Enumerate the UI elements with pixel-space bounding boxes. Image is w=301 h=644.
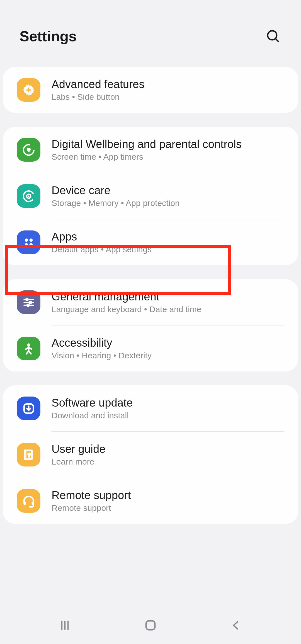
- settings-group: Software updateDownload and install?User…: [3, 385, 298, 524]
- nav-home-button[interactable]: [139, 614, 162, 636]
- svg-text:?: ?: [27, 452, 31, 458]
- svg-point-10: [25, 243, 28, 246]
- svg-point-8: [25, 238, 28, 242]
- item-subtitle: Vision • Hearing • Dexterity: [52, 351, 284, 360]
- item-subtitle: Download and install: [52, 411, 284, 420]
- item-subtitle: Storage • Memory • App protection: [52, 198, 284, 208]
- item-subtitle: Learn more: [52, 457, 284, 466]
- settings-list: Advanced featuresLabs • Side buttonDigit…: [0, 67, 301, 524]
- settings-item-device-care[interactable]: Device careStorage • Memory • App protec…: [3, 173, 298, 219]
- svg-point-9: [29, 238, 33, 242]
- recents-icon: [59, 619, 71, 631]
- book-question-icon: ?: [17, 443, 40, 466]
- item-subtitle: Remote support: [52, 503, 284, 513]
- svg-rect-29: [146, 621, 155, 630]
- settings-item-accessibility[interactable]: AccessibilityVision • Hearing • Dexterit…: [3, 325, 298, 371]
- page-title: Settings: [20, 28, 77, 45]
- item-title: Remote support: [52, 489, 284, 502]
- item-text: AccessibilityVision • Hearing • Dexterit…: [52, 337, 284, 360]
- item-title: Advanced features: [52, 78, 284, 91]
- settings-header: Settings: [0, 0, 301, 67]
- svg-rect-24: [23, 502, 26, 505]
- search-icon: [266, 29, 280, 43]
- settings-group: Advanced featuresLabs • Side button: [3, 67, 298, 113]
- item-title: General management: [52, 290, 284, 303]
- svg-point-15: [29, 301, 31, 303]
- item-text: Advanced featuresLabs • Side button: [52, 78, 284, 102]
- item-title: Device care: [52, 184, 284, 197]
- settings-group: Digital Wellbeing and parental controlsS…: [3, 127, 298, 265]
- settings-item-software-update[interactable]: Software updateDownload and install: [3, 385, 298, 431]
- search-button[interactable]: [265, 28, 281, 45]
- item-text: Software updateDownload and install: [52, 397, 284, 420]
- settings-item-digital-wellbeing[interactable]: Digital Wellbeing and parental controlsS…: [3, 127, 298, 173]
- svg-point-17: [27, 304, 29, 306]
- download-circle-icon: [17, 397, 40, 420]
- settings-item-apps[interactable]: AppsDefault apps • App settings: [3, 219, 298, 265]
- item-title: Accessibility: [52, 337, 284, 349]
- item-subtitle: Labs • Side button: [52, 92, 284, 102]
- nav-back-button[interactable]: [225, 614, 247, 636]
- item-text: General managementLanguage and keyboard …: [52, 290, 284, 314]
- svg-point-11: [29, 243, 33, 246]
- gear-plus-icon: [17, 78, 40, 102]
- settings-item-advanced-features[interactable]: Advanced featuresLabs • Side button: [3, 67, 298, 113]
- person-icon: [17, 337, 40, 360]
- item-subtitle: Language and keyboard • Date and time: [52, 305, 284, 314]
- item-subtitle: Screen time • App timers: [52, 152, 284, 162]
- home-icon: [144, 619, 157, 632]
- back-icon: [230, 619, 242, 631]
- settings-item-general-management[interactable]: General managementLanguage and keyboard …: [3, 279, 298, 325]
- item-text: Device careStorage • Memory • App protec…: [52, 184, 284, 208]
- settings-item-user-guide[interactable]: ?User guideLearn more: [3, 432, 298, 478]
- four-dots-icon: [17, 230, 40, 254]
- svg-rect-3: [26, 89, 31, 90]
- refresh-circle-icon: [17, 184, 40, 208]
- item-text: AppsDefault apps • App settings: [52, 230, 284, 254]
- heart-circle-icon: [17, 138, 40, 162]
- svg-line-1: [276, 39, 279, 42]
- sliders-icon: [17, 290, 40, 314]
- item-text: Digital Wellbeing and parental controlsS…: [52, 138, 284, 162]
- item-text: Remote supportRemote support: [52, 489, 284, 513]
- item-title: Digital Wellbeing and parental controls: [52, 138, 284, 150]
- item-text: User guideLearn more: [52, 443, 284, 466]
- headset-icon: [17, 489, 40, 513]
- svg-point-7: [28, 195, 29, 197]
- item-title: User guide: [52, 443, 284, 455]
- settings-item-remote-support[interactable]: Remote supportRemote support: [3, 478, 298, 524]
- settings-group: General managementLanguage and keyboard …: [3, 279, 298, 371]
- nav-recents-button[interactable]: [54, 614, 76, 636]
- item-subtitle: Default apps • App settings: [52, 245, 284, 254]
- svg-point-13: [26, 298, 28, 300]
- settings-scroll[interactable]: Advanced featuresLabs • Side buttonDigit…: [0, 67, 301, 596]
- item-title: Apps: [52, 230, 284, 243]
- item-title: Software update: [52, 397, 284, 409]
- android-navbar: [0, 606, 301, 644]
